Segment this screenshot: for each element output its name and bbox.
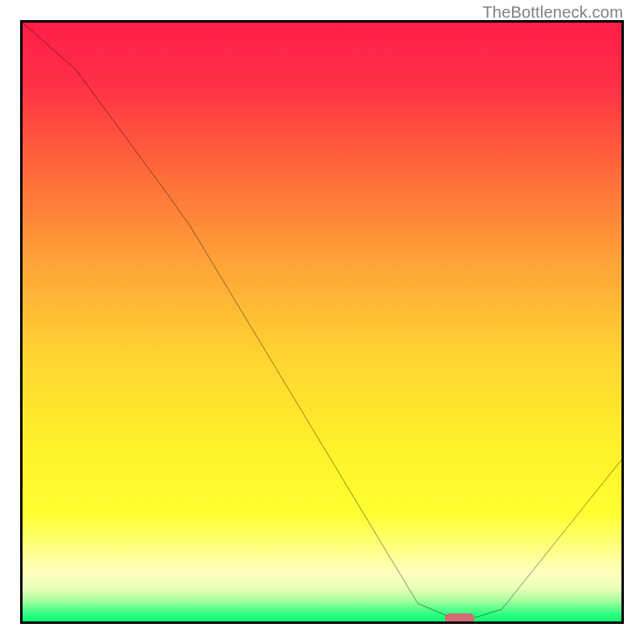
bottleneck-curve — [23, 23, 621, 621]
plot-area — [20, 20, 624, 624]
optimum-marker — [445, 613, 475, 623]
watermark-text: TheBottleneck.com — [482, 3, 623, 22]
chart-stage: TheBottleneck.com — [0, 0, 644, 644]
